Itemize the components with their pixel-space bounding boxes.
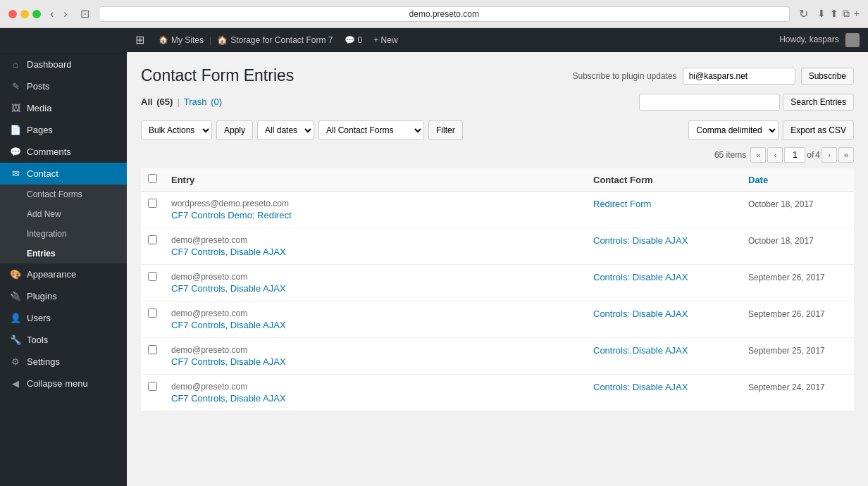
col-header-contact-form: Contact Form — [586, 168, 741, 192]
subscribe-button[interactable]: Subscribe — [801, 68, 854, 85]
contact-form-link-5[interactable]: Controls: Disable AJAX — [593, 382, 688, 392]
sidebar-item-add-new[interactable]: Add New — [0, 204, 127, 224]
sidebar-item-entries[interactable]: Entries — [0, 244, 127, 263]
entry-title-link-5[interactable]: CF7 Controls, Disable AJAX — [171, 393, 286, 404]
close-dot[interactable] — [8, 10, 17, 18]
contact-form-link-0[interactable]: Redirect Form — [593, 199, 651, 209]
forward-button[interactable]: › — [60, 6, 70, 22]
sidebar-item-label-tools: Tools — [27, 335, 48, 345]
admin-bar-new[interactable]: + New — [368, 28, 403, 52]
share-icon: ⬆ — [830, 8, 838, 20]
sidebar-item-contact[interactable]: ✉ Contact — [0, 163, 127, 185]
contact-form-link-4[interactable]: Controls: Disable AJAX — [593, 345, 688, 356]
entry-title-link-1[interactable]: CF7 Controls, Disable AJAX — [171, 247, 286, 257]
subscribe-email-input[interactable] — [683, 68, 795, 85]
sidebar-item-posts[interactable]: ✎ Posts — [0, 75, 127, 97]
sidebar-item-appearance[interactable]: 🎨 Appearance — [0, 263, 127, 285]
entry-title-link-4[interactable]: CF7 Controls, Disable AJAX — [171, 356, 286, 367]
sidebar-item-integration[interactable]: Integration — [0, 224, 127, 244]
entry-cell-1: demo@preseto.com CF7 Controls, Disable A… — [164, 228, 586, 265]
comments-count: 0 — [358, 35, 363, 45]
select-all-checkbox[interactable] — [148, 174, 157, 183]
date-text-0: October 18, 2017 — [748, 199, 814, 209]
row-checkbox-cell — [141, 375, 164, 411]
tab-all[interactable]: All (65) — [141, 96, 173, 107]
sidebar-item-label-appearance: Appearance — [27, 269, 76, 280]
page-prev-button[interactable]: ‹ — [767, 147, 783, 163]
col-header-entry: Entry — [164, 168, 586, 192]
contact-form-link-1[interactable]: Controls: Disable AJAX — [593, 235, 688, 246]
apply-button[interactable]: Apply — [216, 120, 253, 140]
sidebar-item-label-contact: Contact — [27, 168, 58, 179]
table-row: demo@preseto.com CF7 Controls, Disable A… — [141, 375, 854, 411]
back-button[interactable]: ‹ — [46, 6, 57, 22]
entry-cell-3: demo@preseto.com CF7 Controls, Disable A… — [164, 301, 586, 338]
minimize-dot[interactable] — [20, 10, 29, 18]
tab-trash[interactable]: Trash (0) — [184, 96, 222, 107]
export-button[interactable]: Export as CSV — [783, 120, 854, 140]
sidebar-item-users[interactable]: 👤 Users — [0, 307, 127, 329]
sidebar-item-tools[interactable]: 🔧 Tools — [0, 329, 127, 351]
sidebar-item-pages[interactable]: 📄 Pages — [0, 119, 127, 141]
sidebar-item-comments[interactable]: 💬 Comments — [0, 141, 127, 163]
sidebar-item-label-users: Users — [27, 313, 51, 323]
entry-title-link-3[interactable]: CF7 Controls, Disable AJAX — [171, 320, 286, 330]
contact-form-link-2[interactable]: Controls: Disable AJAX — [593, 272, 688, 282]
sidebar-submenu-contact: Contact Forms Add New Integration Entrie… — [0, 185, 127, 263]
date-cell-4: September 25, 2017 — [741, 338, 854, 375]
bulk-actions-select[interactable]: Bulk Actions — [141, 120, 212, 140]
sidebar-item-collapse[interactable]: ◀ Collapse menu — [0, 373, 127, 394]
row-checkbox-cell — [141, 338, 164, 375]
sidebar-item-media[interactable]: 🖼 Media — [0, 97, 127, 119]
row-checkbox-1[interactable] — [148, 235, 157, 244]
reload-button[interactable]: ↻ — [795, 6, 812, 22]
admin-bar-comments[interactable]: 💬 0 — [339, 28, 368, 52]
entries-table: Entry Contact Form Date wordpre — [141, 168, 854, 411]
sidebar-item-plugins[interactable]: 🔌 Plugins — [0, 285, 127, 307]
filter-button[interactable]: Filter — [428, 120, 463, 140]
search-input[interactable] — [639, 94, 780, 111]
page-number-input[interactable] — [784, 147, 805, 163]
row-checkbox-2[interactable] — [148, 272, 157, 281]
sidebar-submenu-label-integration: Integration — [27, 229, 67, 239]
search-button[interactable]: Search Entries — [783, 94, 854, 111]
subscribe-label: Subscribe to plugin updates — [573, 71, 677, 81]
sidebar-item-dashboard[interactable]: ⌂ Dashboard — [0, 54, 127, 75]
sidebar-item-settings[interactable]: ⚙ Settings — [0, 351, 127, 373]
table-row: demo@preseto.com CF7 Controls, Disable A… — [141, 265, 854, 301]
home-icon: 🏠 — [217, 35, 228, 45]
sidebar-item-contact-forms[interactable]: Contact Forms — [0, 185, 127, 204]
admin-bar-sitename[interactable]: 🏠 Storage for Contact Form 7 — [211, 28, 338, 52]
date-text-4: September 25, 2017 — [748, 346, 825, 356]
page-last-button[interactable]: » — [838, 147, 854, 163]
col-header-date[interactable]: Date — [741, 168, 854, 192]
row-checkbox-5[interactable] — [148, 382, 157, 391]
sidebar-item-label-dashboard: Dashboard — [27, 59, 72, 70]
posts-icon: ✎ — [10, 81, 21, 92]
contact-form-link-3[interactable]: Controls: Disable AJAX — [593, 309, 688, 319]
contact-form-cell-2: Controls: Disable AJAX — [586, 265, 741, 301]
row-checkbox-0[interactable] — [148, 199, 157, 208]
browser-actions: ⬇ ⬆ ⧉ + — [817, 8, 860, 20]
entry-title-link-2[interactable]: CF7 Controls, Disable AJAX — [171, 283, 286, 294]
contact-forms-select[interactable]: All Contact Forms — [318, 120, 424, 140]
row-checkbox-3[interactable] — [148, 309, 157, 318]
wp-admin-bar: ⊞ 🏠 My Sites | 🏠 Storage for Contact For… — [127, 28, 868, 52]
page-next-button[interactable]: › — [822, 147, 837, 163]
dates-select[interactable]: All dates — [257, 120, 314, 140]
entry-email-0: wordpress@demo.preseto.com — [171, 199, 579, 208]
users-icon: 👤 — [10, 313, 21, 323]
admin-bar-wp[interactable]: ⊞ — [127, 28, 153, 52]
sidebar-item-label-settings: Settings — [27, 356, 60, 367]
page-first-button[interactable]: « — [750, 147, 766, 163]
url-bar[interactable]: demo.preseto.com — [99, 6, 790, 22]
maximize-dot[interactable] — [32, 10, 41, 18]
entry-title-link-0[interactable]: CF7 Controls Demo: Redirect — [171, 210, 292, 220]
table-row: wordpress@demo.preseto.com CF7 Controls … — [141, 192, 854, 228]
toolbar: Bulk Actions Apply All dates All Contact… — [141, 120, 854, 140]
admin-bar-mysites[interactable]: 🏠 My Sites — [153, 28, 209, 52]
layout-button[interactable]: ⊡ — [77, 6, 93, 22]
row-checkbox-4[interactable] — [148, 345, 157, 354]
export-format-select[interactable]: Comma delimited — [688, 120, 779, 140]
items-count: 65 items — [714, 150, 746, 160]
